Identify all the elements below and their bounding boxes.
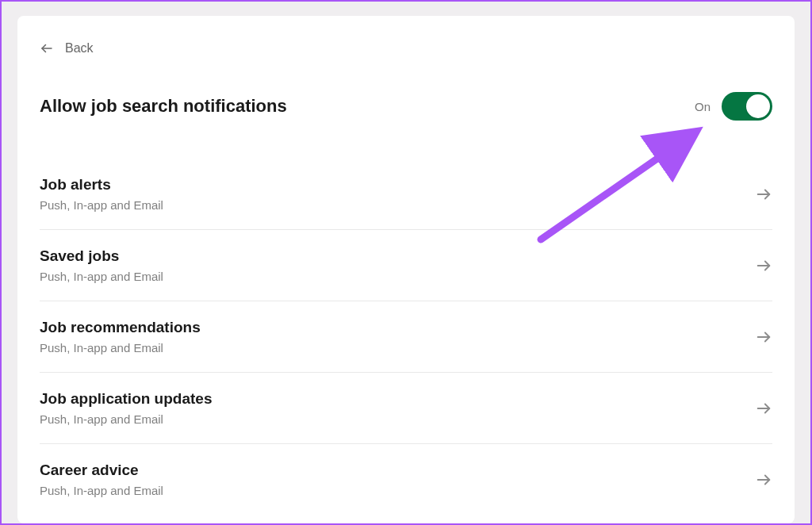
setting-text: Career advice Push, In-app and Email — [40, 462, 163, 497]
setting-row-job-recommendations[interactable]: Job recommendations Push, In-app and Ema… — [40, 301, 772, 373]
page-title: Allow job search notifications — [40, 96, 287, 117]
setting-title: Saved jobs — [40, 247, 163, 265]
back-button[interactable]: Back — [40, 41, 772, 56]
notifications-toggle[interactable] — [722, 92, 772, 121]
arrow-right-icon — [755, 471, 772, 489]
setting-sub: Push, In-app and Email — [40, 198, 163, 212]
arrow-right-icon — [755, 400, 772, 417]
setting-row-saved-jobs[interactable]: Saved jobs Push, In-app and Email — [40, 230, 772, 301]
arrow-right-icon — [755, 328, 772, 346]
settings-card: Back Allow job search notifications On J… — [17, 16, 795, 523]
toggle-group: On — [695, 92, 772, 121]
header-row: Allow job search notifications On — [40, 92, 772, 121]
setting-title: Career advice — [40, 462, 163, 479]
toggle-knob — [746, 94, 770, 118]
setting-text: Job recommendations Push, In-app and Ema… — [40, 319, 201, 354]
arrow-right-icon — [755, 257, 772, 274]
setting-row-career-advice[interactable]: Career advice Push, In-app and Email — [40, 444, 772, 515]
back-label: Back — [65, 41, 94, 56]
arrow-left-icon — [40, 41, 54, 56]
setting-text: Saved jobs Push, In-app and Email — [40, 247, 163, 283]
arrow-right-icon — [755, 186, 772, 203]
setting-text: Job application updates Push, In-app and… — [40, 390, 212, 426]
toggle-state-label: On — [695, 100, 710, 113]
setting-row-job-alerts[interactable]: Job alerts Push, In-app and Email — [40, 159, 772, 230]
setting-sub: Push, In-app and Email — [40, 484, 163, 497]
setting-sub: Push, In-app and Email — [40, 270, 163, 283]
setting-sub: Push, In-app and Email — [40, 341, 201, 354]
setting-title: Job alerts — [40, 176, 163, 194]
setting-text: Job alerts Push, In-app and Email — [40, 176, 163, 212]
setting-row-job-application-updates[interactable]: Job application updates Push, In-app and… — [40, 373, 772, 444]
setting-title: Job application updates — [40, 390, 212, 408]
setting-title: Job recommendations — [40, 319, 201, 336]
setting-sub: Push, In-app and Email — [40, 412, 212, 426]
